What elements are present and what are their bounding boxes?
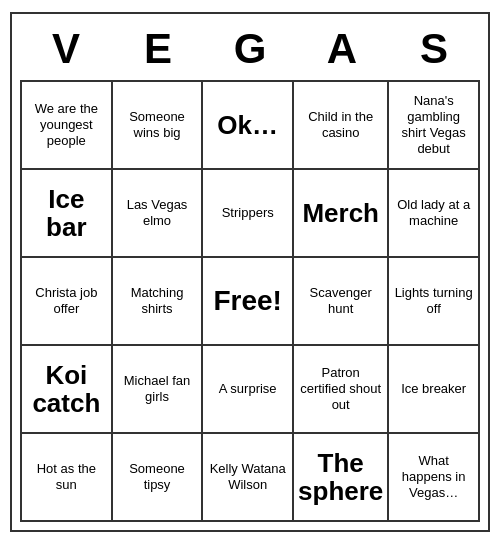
bingo-cell-8[interactable]: Merch [294, 170, 389, 258]
bingo-cell-21[interactable]: Someone tipsy [113, 434, 204, 522]
header-s: S [388, 22, 480, 76]
bingo-cell-22[interactable]: Kelly Watana Wilson [203, 434, 294, 522]
bingo-cell-11[interactable]: Matching shirts [113, 258, 204, 346]
header-a: A [296, 22, 388, 76]
bingo-cell-17[interactable]: A surprise [203, 346, 294, 434]
bingo-cell-16[interactable]: Michael fan girls [113, 346, 204, 434]
bingo-cell-3[interactable]: Child in the casino [294, 82, 389, 170]
bingo-cell-10[interactable]: Christa job offer [22, 258, 113, 346]
bingo-cell-5[interactable]: Ice bar [22, 170, 113, 258]
bingo-cell-2[interactable]: Ok… [203, 82, 294, 170]
bingo-cell-0[interactable]: We are the youngest people [22, 82, 113, 170]
bingo-cell-12[interactable]: Free! [203, 258, 294, 346]
bingo-cell-23[interactable]: The sphere [294, 434, 389, 522]
bingo-cell-7[interactable]: Strippers [203, 170, 294, 258]
bingo-cell-15[interactable]: Koi catch [22, 346, 113, 434]
bingo-cell-1[interactable]: Someone wins big [113, 82, 204, 170]
bingo-cell-6[interactable]: Las Vegas elmo [113, 170, 204, 258]
header-g: G [204, 22, 296, 76]
bingo-grid: We are the youngest peopleSomeone wins b… [20, 80, 480, 522]
bingo-card: V E G A S We are the youngest peopleSome… [10, 12, 490, 532]
bingo-cell-9[interactable]: Old lady at a machine [389, 170, 480, 258]
bingo-cell-20[interactable]: Hot as the sun [22, 434, 113, 522]
bingo-cell-18[interactable]: Patron certified shout out [294, 346, 389, 434]
bingo-header: V E G A S [20, 22, 480, 76]
header-e: E [112, 22, 204, 76]
header-v: V [20, 22, 112, 76]
bingo-cell-19[interactable]: Ice breaker [389, 346, 480, 434]
bingo-cell-13[interactable]: Scavenger hunt [294, 258, 389, 346]
bingo-cell-14[interactable]: Lights turning off [389, 258, 480, 346]
bingo-cell-4[interactable]: Nana's gambling shirt Vegas debut [389, 82, 480, 170]
bingo-cell-24[interactable]: What happens in Vegas… [389, 434, 480, 522]
